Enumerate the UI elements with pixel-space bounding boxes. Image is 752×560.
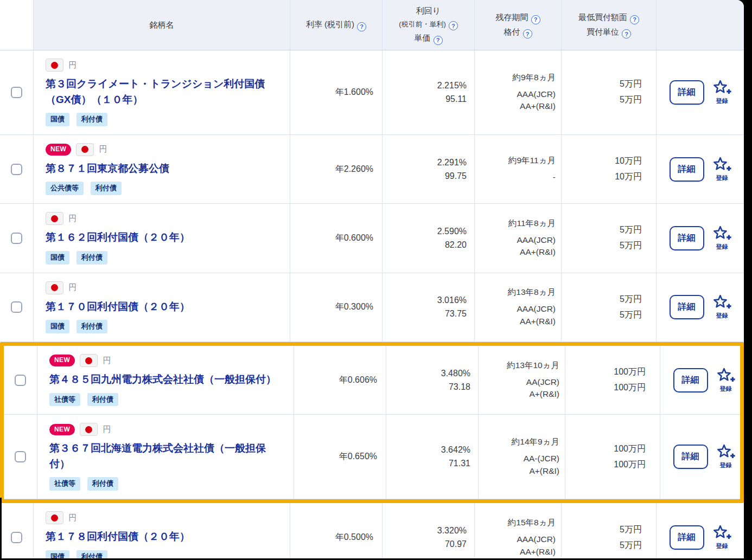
currency-label: 円 bbox=[68, 60, 77, 70]
register-button[interactable]: 登録 bbox=[717, 368, 735, 393]
rate-cell: 年0.500% bbox=[290, 503, 383, 558]
rate-value: 年0.500% bbox=[335, 532, 373, 543]
yield-cell: 2.590% 82.20 bbox=[383, 204, 475, 272]
name-cell: NEW 円 第８７１回東京都公募公債 公共債等利付債 bbox=[34, 135, 290, 203]
detail-button[interactable]: 詳細 bbox=[670, 295, 704, 319]
currency-label: 円 bbox=[68, 214, 77, 224]
tag: 国債 bbox=[46, 113, 69, 126]
price-value: 73.75 bbox=[437, 309, 467, 319]
detail-button[interactable]: 詳細 bbox=[670, 157, 704, 182]
period-cell: 約14年9ヵ月 AA-(JCR) A+(R&I) bbox=[479, 415, 565, 499]
period-value: 約14年9ヵ月 bbox=[512, 436, 559, 448]
table-row: NEW 円 第３６７回北海道電力株式会社社債（一般担保付） 社債等利付債 年0.… bbox=[4, 415, 740, 499]
header-yield-label: 利回り bbox=[416, 5, 441, 17]
row-checkbox[interactable] bbox=[11, 164, 22, 175]
min-face-value: 5万円 bbox=[620, 524, 642, 536]
checkbox-cell bbox=[4, 415, 37, 499]
jpy-flag-icon bbox=[46, 212, 63, 225]
detail-button[interactable]: 詳細 bbox=[670, 525, 704, 550]
bond-name-link[interactable]: 第１７０回利付国債（２０年） bbox=[46, 299, 279, 315]
yield-cell: 3.320% 70.97 bbox=[383, 503, 475, 558]
row-checkbox[interactable] bbox=[11, 233, 22, 244]
star-plus-icon bbox=[717, 444, 735, 462]
bond-name-link[interactable]: 第８７１回東京都公募公債 bbox=[46, 161, 279, 177]
rating-secondary: AA+(R&I) bbox=[508, 546, 556, 558]
actions-cell: 詳細 登録 bbox=[660, 346, 744, 414]
bond-name-link[interactable]: 第４８５回九州電力株式会社社債（一般担保付） bbox=[49, 372, 283, 388]
header-yield: 利回り (税引前・単利)? 単価? bbox=[383, 0, 475, 50]
table-header: 銘柄名 利率 (税引前)? 利回り (税引前・単利)? 単価? 残存期間? 格付… bbox=[0, 0, 744, 50]
currency-label: 円 bbox=[68, 282, 77, 293]
bond-name-link[interactable]: 第３回クライメート・トランジション利付国債（GX債）（１０年） bbox=[46, 76, 279, 107]
row-checkbox[interactable] bbox=[11, 87, 22, 98]
jpy-flag-icon bbox=[46, 511, 63, 524]
header-yield-sub-label: (税引前・単利) bbox=[399, 20, 446, 28]
row-checkbox[interactable] bbox=[15, 451, 26, 462]
yield-cell: 2.291% 99.75 bbox=[383, 135, 475, 203]
detail-button[interactable]: 詳細 bbox=[670, 80, 704, 105]
star-plus-icon bbox=[713, 525, 731, 543]
checkbox-cell bbox=[0, 204, 34, 272]
register-button[interactable]: 登録 bbox=[713, 80, 731, 105]
help-icon[interactable]: ? bbox=[449, 21, 458, 30]
rate-cell: 年1.600% bbox=[290, 50, 383, 134]
new-badge: NEW bbox=[49, 355, 75, 366]
row-checkbox[interactable] bbox=[11, 532, 22, 543]
yield-value: 2.590% bbox=[437, 227, 467, 236]
header-rating-label: 格付 bbox=[504, 27, 520, 36]
name-cell: 円 第１７０回利付国債（２０年） 国債利付債 bbox=[34, 273, 290, 342]
bond-name-link[interactable]: 第１７８回利付国債（２０年） bbox=[46, 529, 279, 545]
currency-label: 円 bbox=[99, 144, 107, 155]
header-min: 最低買付額面? 買付単位? bbox=[562, 0, 657, 50]
register-button[interactable]: 登録 bbox=[713, 525, 731, 550]
rate-cell: 年0.650% bbox=[294, 415, 386, 499]
name-cell: 円 第１６２回利付国債（２０年） 国債利付債 bbox=[34, 204, 290, 272]
unit-value: 5万円 bbox=[620, 310, 642, 321]
price-value: 73.18 bbox=[441, 382, 470, 392]
table-row: 円 第１７０回利付国債（２０年） 国債利付債 年0.300% 3.016% 73… bbox=[0, 273, 744, 342]
rate-cell: 年0.606% bbox=[294, 346, 386, 414]
help-icon[interactable]: ? bbox=[357, 22, 366, 31]
detail-button[interactable]: 詳細 bbox=[670, 226, 704, 250]
help-icon[interactable]: ? bbox=[622, 29, 631, 38]
currency-label: 円 bbox=[103, 356, 111, 366]
row-checkbox[interactable] bbox=[11, 301, 22, 313]
checkbox-cell bbox=[0, 503, 34, 558]
tag-list: 国債利付債 bbox=[46, 320, 279, 333]
tag-list: 公共債等利付債 bbox=[46, 182, 279, 195]
help-icon[interactable]: ? bbox=[630, 15, 639, 24]
rating-primary: - bbox=[508, 171, 556, 183]
yield-value: 3.320% bbox=[437, 526, 467, 536]
japan-flag-dot-icon bbox=[85, 426, 92, 433]
detail-button[interactable]: 詳細 bbox=[673, 368, 708, 392]
star-plus-icon bbox=[713, 157, 731, 175]
register-button[interactable]: 登録 bbox=[713, 294, 731, 320]
bond-name-link[interactable]: 第１６２回利付国債（２０年） bbox=[46, 230, 279, 246]
star-plus-icon bbox=[717, 368, 735, 385]
row-checkbox[interactable] bbox=[15, 375, 26, 386]
register-button[interactable]: 登録 bbox=[717, 444, 735, 469]
yield-value: 3.480% bbox=[441, 369, 470, 378]
tag: 利付債 bbox=[77, 550, 107, 558]
min-cell: 5万円 5万円 bbox=[562, 273, 657, 342]
header-price-label: 単価 bbox=[415, 33, 431, 42]
min-cell: 10万円 10万円 bbox=[562, 135, 657, 203]
table-row: NEW 円 第４８５回九州電力株式会社社債（一般担保付） 社債等利付債 年0.6… bbox=[4, 346, 740, 415]
help-icon[interactable]: ? bbox=[523, 29, 532, 38]
japan-flag-dot-icon bbox=[51, 215, 58, 222]
name-cell: NEW 円 第３６７回北海道電力株式会社社債（一般担保付） 社債等利付債 bbox=[37, 415, 294, 499]
period-value: 約9年11ヵ月 bbox=[508, 155, 556, 166]
detail-button[interactable]: 詳細 bbox=[673, 445, 708, 469]
period-cell: 約13年10ヵ月 AA(JCR) A+(R&I) bbox=[479, 346, 565, 414]
register-button[interactable]: 登録 bbox=[713, 226, 731, 251]
help-icon[interactable]: ? bbox=[531, 15, 540, 24]
register-button[interactable]: 登録 bbox=[713, 157, 731, 182]
table-body: 円 第３回クライメート・トランジション利付国債（GX債）（１０年） 国債利付債 … bbox=[0, 50, 744, 558]
tag-list: 社債等利付債 bbox=[49, 393, 283, 407]
min-face-value: 5万円 bbox=[620, 79, 642, 90]
help-icon[interactable]: ? bbox=[434, 36, 443, 45]
period-cell: 約11年8ヵ月 AAA(JCR) AA+(R&I) bbox=[475, 204, 562, 272]
table-row: 円 第１７８回利付国債（２０年） 国債利付債 年0.500% 3.320% 70… bbox=[0, 503, 744, 558]
rating-primary: AA-(JCR) bbox=[512, 453, 559, 465]
bond-name-link[interactable]: 第３６７回北海道電力株式会社社債（一般担保付） bbox=[49, 441, 283, 472]
